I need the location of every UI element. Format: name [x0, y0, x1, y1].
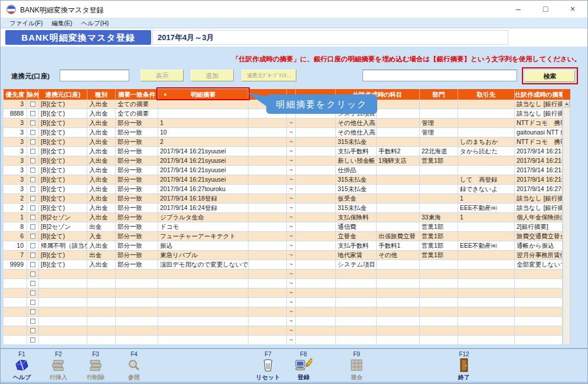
cell-partner[interactable]	[458, 260, 515, 270]
cell-blank[interactable]	[249, 241, 287, 251]
cell-department[interactable]: 営業1部	[420, 222, 458, 232]
cell-partner[interactable]	[458, 298, 515, 307]
cell-account[interactable]	[336, 298, 377, 307]
exclude-checkbox[interactable]	[30, 205, 35, 211]
cell-department[interactable]	[420, 336, 458, 345]
cell-partner[interactable]	[458, 279, 515, 288]
cell-summary[interactable]: 2017/9/14 16:21syuusei	[158, 147, 249, 156]
cell-priority[interactable]: 3	[4, 128, 27, 137]
toolbar-item-f7[interactable]: F7リセット	[251, 351, 285, 382]
cell-journal[interactable]: 該当なし [銀行摘要]	[515, 204, 563, 213]
cell-match[interactable]: 部分一致	[116, 137, 158, 147]
cell-sub_account[interactable]	[377, 326, 420, 336]
cell-department[interactable]	[420, 204, 458, 213]
exclude-checkbox[interactable]	[30, 149, 35, 154]
cell-tilde[interactable]: ~	[287, 270, 296, 279]
cell-priority[interactable]: 3	[4, 185, 27, 194]
cell-partner[interactable]: 1	[458, 213, 515, 222]
cell-blank[interactable]	[296, 288, 336, 298]
cell-match[interactable]	[116, 288, 158, 298]
cell-match[interactable]: 部分一致	[116, 260, 158, 270]
cell-blank[interactable]	[296, 270, 336, 279]
cell-sub_account[interactable]: 手数料2	[377, 147, 420, 156]
cell-summary[interactable]: 2017/9/14 16:21syuusei	[158, 166, 249, 175]
cell-summary[interactable]	[158, 336, 249, 345]
cell-journal[interactable]: NTTドコモ 携帯電話代	[515, 137, 563, 147]
cell-partner[interactable]	[458, 166, 515, 175]
cell-sub_account[interactable]: 手数料1	[377, 241, 420, 251]
cell-blank[interactable]	[249, 128, 287, 137]
cell-kind[interactable]: 入出金	[87, 128, 116, 137]
cell-sub_account[interactable]	[377, 166, 420, 175]
cell-match[interactable]: 全ての摘要	[116, 100, 158, 109]
exclude-checkbox[interactable]	[30, 196, 35, 201]
cell-kind[interactable]: 入出金	[87, 119, 116, 128]
cell-priority[interactable]	[4, 326, 27, 336]
cell-blank[interactable]	[296, 166, 336, 175]
cell-blank[interactable]	[249, 119, 287, 128]
cell-blank[interactable]	[249, 213, 287, 222]
cell-sub_account[interactable]	[377, 279, 420, 288]
cell-tilde[interactable]: ~	[287, 156, 296, 166]
cell-tilde[interactable]: ~	[287, 119, 296, 128]
cell-journal[interactable]: 旅費交通費立替金入金 [銀行摘	[515, 232, 563, 241]
cell-summary[interactable]	[158, 298, 249, 307]
cell-tilde[interactable]: ~	[287, 204, 296, 213]
cell-kind[interactable]	[87, 326, 116, 336]
cell-summary[interactable]: 2017/9/14 16:24登録	[158, 204, 249, 213]
cell-kind[interactable]	[87, 279, 116, 288]
cell-match[interactable]: 部分一致	[116, 251, 158, 260]
cell-kind[interactable]: 入出金	[87, 109, 116, 119]
cell-sub_account[interactable]	[377, 317, 420, 326]
cell-account[interactable]: 支払手数料	[336, 147, 377, 156]
cell-blank[interactable]	[249, 137, 287, 147]
cell-summary[interactable]: 東急リバブル	[158, 251, 249, 260]
cell-journal[interactable]: 2017/9/14 16:27touroku	[515, 185, 563, 194]
cell-source[interactable]: [B](全て)	[39, 109, 87, 119]
cell-match[interactable]	[116, 336, 158, 345]
exclude-checkbox[interactable]	[30, 215, 35, 220]
cell-priority[interactable]: 2	[4, 204, 27, 213]
cell-department[interactable]: 営業1部	[420, 241, 458, 251]
cell-summary[interactable]	[158, 279, 249, 288]
cell-journal[interactable]	[515, 279, 563, 288]
cell-journal[interactable]	[515, 270, 563, 279]
cell-match[interactable]: 部分一致	[116, 128, 158, 137]
cell-blank[interactable]	[249, 336, 287, 345]
cell-priority[interactable]: 10	[4, 241, 27, 251]
cell-priority[interactable]	[4, 298, 27, 307]
cell-sub_account[interactable]	[377, 298, 420, 307]
exclude-checkbox[interactable]	[30, 186, 35, 192]
cell-journal[interactable]	[515, 317, 563, 326]
cell-partner[interactable]	[458, 336, 515, 345]
source-account-input[interactable]	[60, 70, 129, 81]
cell-department[interactable]	[420, 298, 458, 307]
menu-item-1[interactable]: 編集(E)	[51, 19, 72, 28]
cell-tilde[interactable]: ~	[287, 288, 296, 298]
cell-department[interactable]	[420, 166, 458, 175]
cell-kind[interactable]: 入出金	[87, 100, 116, 109]
cell-journal[interactable]: 2[銀行摘要]	[515, 222, 563, 232]
grid-header-摘要一致条件[interactable]: 摘要一致条件	[116, 89, 158, 100]
toolbar-item-f12[interactable]: F12終了	[447, 351, 481, 382]
grid-header-除外[interactable]: 除外	[27, 89, 39, 100]
cell-blank[interactable]	[249, 307, 287, 317]
cell-partner[interactable]	[458, 288, 515, 298]
cell-blank[interactable]	[249, 204, 287, 213]
cell-tilde[interactable]: ~	[287, 137, 296, 147]
cell-kind[interactable]	[87, 270, 116, 279]
cell-sub_account[interactable]	[377, 185, 420, 194]
cell-match[interactable]	[116, 317, 158, 326]
cell-department[interactable]: 営業1部	[420, 156, 458, 166]
cell-priority[interactable]: 3	[4, 147, 27, 156]
close-button[interactable]: ×	[559, 1, 586, 18]
cell-priority[interactable]: 9999	[4, 260, 27, 270]
cell-source[interactable]	[39, 326, 87, 336]
cell-blank[interactable]	[296, 279, 336, 288]
cell-source[interactable]: 帰属不明（該当な	[39, 241, 87, 251]
exclude-checkbox[interactable]	[30, 168, 35, 173]
cell-source[interactable]: [B]2セゾン	[39, 213, 87, 222]
exclude-checkbox[interactable]	[30, 177, 35, 182]
cell-sub_account[interactable]	[377, 137, 420, 147]
cell-priority[interactable]	[4, 270, 27, 279]
